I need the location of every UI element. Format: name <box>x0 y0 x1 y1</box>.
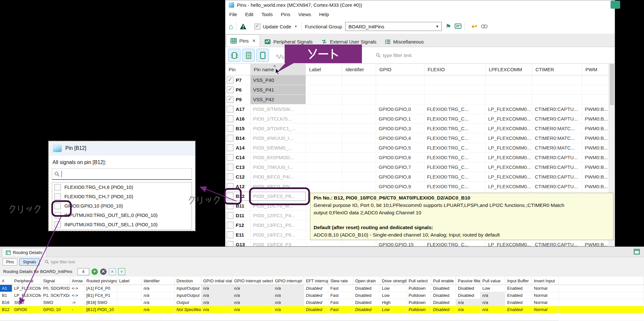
routing-details-tab[interactable]: Routing Details <box>2 248 46 257</box>
signal-item-0[interactable]: FLEXIO0:TRG_CH,6 (PIO0_10) <box>52 182 192 192</box>
pin-row-A12[interactable]: A12PIO0_9/FC0_P5/...GPIO0:GPIO,9FLEXIO0:… <box>225 182 615 191</box>
routing-header--[interactable]: # <box>0 277 12 285</box>
routing-pins-button[interactable]: Pins <box>3 258 17 266</box>
pin-checkbox-F12[interactable] <box>227 222 233 229</box>
signal-item-3[interactable]: INPUTMUX0:TRIG_OUT_SEL,0 (PIO0_10) <box>52 210 192 220</box>
routing-row-A1[interactable]: A1LP_FLEXCOMM4P0, SDO/RXD/SDA<->[A1] FC4… <box>0 285 644 292</box>
routing-header-filler[interactable] <box>559 277 644 285</box>
add-route-button[interactable]: + <box>91 268 98 275</box>
menu-tools[interactable]: Tools <box>261 11 277 18</box>
routing-header-gpio-initial-state[interactable]: GPIO initial state <box>201 277 232 285</box>
dialog-search-field[interactable] <box>52 168 192 180</box>
signal-checkbox[interactable] <box>54 203 61 209</box>
routing-header-pull-value[interactable]: Pull value <box>480 277 505 285</box>
pin-row-C13[interactable]: C13PIO0_7/WUU0_I...GPIO0:GPIO,7FLEXIO0:T… <box>225 162 615 172</box>
signal-checkbox[interactable] <box>54 184 61 190</box>
collapse-button[interactable]: ∧ <box>109 268 116 275</box>
pin-checkbox-C13[interactable] <box>227 164 233 170</box>
pin-checkbox-B12[interactable] <box>227 193 233 199</box>
routing-header-identifier[interactable]: Identifier <box>142 277 175 285</box>
pin-row-G13[interactable]: G13PIO0_15/FC0_P3GPIO0:GPIO,15FLEXIO0:TR… <box>225 240 615 247</box>
menu-file[interactable]: File <box>229 11 241 18</box>
routing-header-peripheral[interactable]: Peripheral <box>12 277 41 285</box>
menu-edit[interactable]: Edit <box>245 11 258 18</box>
column-header-pin-name[interactable]: Pin name <box>251 64 306 75</box>
tab-pins[interactable]: Pins✕ <box>226 34 260 47</box>
column-header-pwm[interactable]: PWM <box>582 64 609 75</box>
pin-checkbox-B14[interactable] <box>227 135 233 141</box>
routing-row-B16[interactable]: B16SWDSWO->[B16] SWOn/aOutputn/an/an/aDi… <box>0 299 644 306</box>
close-tab-icon[interactable]: ✕ <box>252 38 256 43</box>
routing-header-drive-strength[interactable]: Drive strength <box>380 277 407 285</box>
signal-checkbox[interactable] <box>54 221 61 228</box>
routing-header-pull-select[interactable]: Pull select <box>407 277 431 285</box>
expand-button[interactable]: ∨ <box>118 268 125 275</box>
routing-header-signal[interactable]: Signal <box>41 277 70 285</box>
link-icon[interactable] <box>481 24 488 29</box>
scrollbar-thumb[interactable] <box>610 64 614 105</box>
signal-item-2[interactable]: GPIO0:GPIO,10 (PIO0_10) <box>52 201 192 210</box>
pin-row-C12[interactable]: C12PIO0_8/FC0_P4/...GPIO0:GPIO,8FLEXIO0:… <box>225 172 615 182</box>
pin-row-B14[interactable]: B14PIO0_4/WUU0_I...GPIO0:GPIO,4FLEXIO0:T… <box>225 133 615 143</box>
routing-row-B1[interactable]: B1LP_FLEXCOMM4P1, SCK/TXD/SCL<->[B1] FC4… <box>0 292 644 299</box>
pin-checkbox-E11[interactable] <box>227 231 233 238</box>
column-header-label[interactable]: Label <box>306 64 342 75</box>
routing-filter-field[interactable]: type filter text <box>45 260 75 264</box>
pin-checkbox-A14[interactable] <box>227 144 233 151</box>
pin-row-B15[interactable]: B15PIO0_3/TDI/FC1_...GPIO0:GPIO,3FLEXIO0… <box>225 124 615 133</box>
column-header-ctimer[interactable]: CTIMER <box>532 64 582 75</box>
routing-header-input-buffer[interactable]: Input Buffer <box>505 277 532 285</box>
routing-row-B12[interactable]: B12GPIO0GPIO, 10-[B12] PIO0_10n/aNot Spe… <box>0 306 644 313</box>
pin-checkbox-A17[interactable] <box>227 106 233 112</box>
dialog-title-bar[interactable]: Pin [B12] <box>49 141 195 155</box>
column-header-identifier[interactable]: Identifier <box>342 64 376 75</box>
menu-views[interactable]: Views <box>298 11 315 18</box>
home-icon[interactable]: ⌂ <box>229 23 233 30</box>
routing-header-slew-rate[interactable]: Slew rate <box>328 277 353 285</box>
column-header-lpflexcomm[interactable]: LPFLEXCOMM <box>486 64 532 75</box>
pin-row-A14[interactable]: A14PIO0_5/EWM0_...GPIO0:GPIO,5FLEXIO0:TR… <box>225 143 615 153</box>
problems-warning-icon[interactable] <box>240 23 247 30</box>
pins-filter-field[interactable]: type filter text <box>376 53 412 58</box>
menu-help[interactable]: Help <box>319 11 333 18</box>
signal-item-4[interactable]: INPUTMUX0:TRIG_OUT_SEL,1 (PIO0_10) <box>52 220 192 229</box>
signal-item-1[interactable]: FLEXIO0:TRG_CH,7 (PIO0_10) <box>52 192 192 201</box>
pin-checkbox-A16[interactable] <box>227 115 233 122</box>
routing-header-gpio-interrupt[interactable]: GPIO interrupt <box>273 277 304 285</box>
pin-row-C14[interactable]: C14PIO0_6/ISPMOD...GPIO0:GPIO,6FLEXIO0:T… <box>225 153 615 162</box>
pins-list-view-button[interactable] <box>242 49 255 62</box>
log-icon[interactable] <box>455 24 461 30</box>
routing-header-arrow[interactable]: Arrow <box>70 277 84 285</box>
column-header-gpio[interactable]: GPIO <box>376 64 424 75</box>
pin-checkbox-P7[interactable] <box>227 77 233 83</box>
functional-group-select[interactable]: BOARD_InitPins ▼ <box>345 22 442 31</box>
pin-checkbox-P9[interactable] <box>227 96 233 103</box>
routing-header-invert-input[interactable]: Invert Input <box>532 277 559 285</box>
pin-checkbox-B11[interactable] <box>227 202 233 209</box>
pin-checkbox-C12[interactable] <box>227 173 233 180</box>
pin-checkbox-C14[interactable] <box>227 154 233 161</box>
routing-header-passive-filter[interactable]: Passive filter <box>456 277 480 285</box>
delete-route-button[interactable]: ✕ <box>100 268 107 275</box>
package-view-button[interactable] <box>228 49 241 62</box>
column-header-pin[interactable]: Pin <box>225 64 251 75</box>
pin-checkbox-P6[interactable] <box>227 86 233 93</box>
pin-row-P6[interactable]: P6VSS_P41 <box>225 85 615 95</box>
signal-checkbox[interactable] <box>54 212 61 219</box>
update-code-dropdown-icon[interactable]: ▼ <box>294 25 297 28</box>
signal-checkbox[interactable] <box>54 193 61 200</box>
undo-icon[interactable]: ↩ <box>471 23 477 30</box>
pin-row-P7[interactable]: P7VSS_P40 <box>225 75 615 85</box>
pin-checkbox-D11[interactable] <box>227 212 233 219</box>
tab-miscellaneous[interactable]: Miscellaneous <box>381 36 428 47</box>
pin-row-A17[interactable]: A17PIO0_0/TMS/SW...GPIO0:GPIO,0FLEXIO0:T… <box>225 104 615 114</box>
routing-header-routed-pin-signal[interactable]: Routed pin/signal <box>84 277 117 285</box>
flag-icon[interactable]: ⚑ <box>445 23 451 30</box>
column-header-flexio[interactable]: FLEXIO <box>424 64 486 75</box>
routing-signals-button[interactable]: Signals <box>19 258 40 266</box>
maximize-view-icon[interactable] <box>634 249 640 256</box>
routing-header-direction[interactable]: Direction <box>175 277 201 285</box>
pin-row-P9[interactable]: P9VSS_P42 <box>225 95 615 104</box>
routing-header-gpio-interrupt-selection[interactable]: GPIO interrupt selection <box>232 277 273 285</box>
chip-view-button[interactable] <box>256 49 269 62</box>
